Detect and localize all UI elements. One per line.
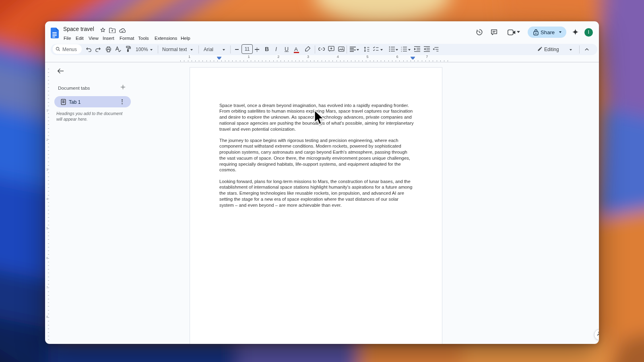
svg-text:3: 3: [401, 50, 402, 52]
svg-text:1: 1: [401, 46, 402, 48]
svg-text:2: 2: [401, 48, 402, 50]
